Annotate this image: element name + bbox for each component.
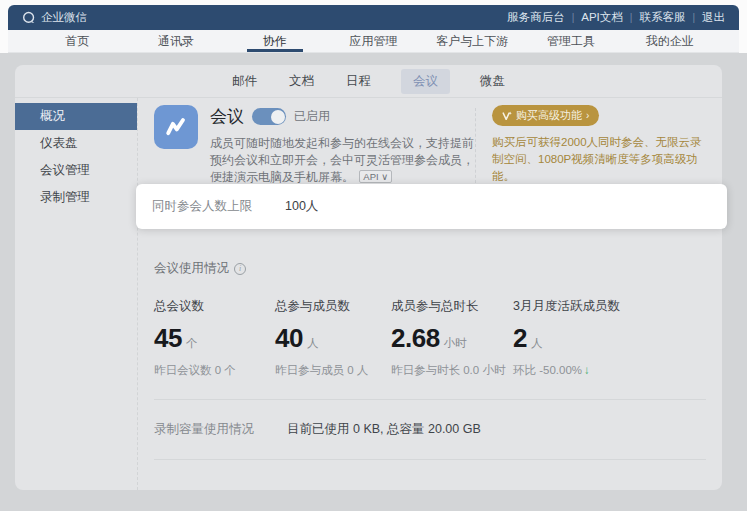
stat-total-participants: 总参与成员数 40 人 昨日参与成员 0 人 bbox=[275, 298, 391, 378]
meeting-header: 会议 已启用 成员可随时随地发起和参与的在线会议，支持提前预约会议和立即开会，会… bbox=[154, 105, 706, 186]
nav-item-contacts[interactable]: 通讯录 bbox=[127, 30, 226, 52]
nav-item-apps[interactable]: 应用管理 bbox=[324, 30, 423, 52]
meeting-title-row: 会议 已启用 bbox=[210, 105, 475, 128]
nav-item-home[interactable]: 首页 bbox=[28, 30, 127, 52]
nav-item-collaboration[interactable]: 协作 bbox=[225, 30, 324, 52]
recording-usage-row: 录制容量使用情况 目前已使用 0 KB, 总容量 20.00 GB bbox=[154, 400, 706, 459]
wecom-bubble-icon bbox=[22, 11, 36, 25]
tab-mail[interactable]: 邮件 bbox=[230, 69, 259, 94]
highlighted-participant-limit-row[interactable]: 同时参会人数上限 100人 bbox=[136, 184, 727, 229]
stat-unit: 个 bbox=[186, 336, 198, 351]
participant-limit-label: 同时参会人数上限 bbox=[152, 198, 285, 215]
stat-subtext: 昨日参与时长 0.0 小时 bbox=[391, 363, 513, 378]
sidebar: 概况 仪表盘 会议管理 录制管理 bbox=[15, 98, 137, 490]
provider-console-link[interactable]: 服务商后台 bbox=[507, 10, 565, 25]
sidebar-item-overview[interactable]: 概况 bbox=[15, 103, 137, 130]
stat-monthly-active: 3月月度活跃成员数 2 人 环比 -50.00%↓ bbox=[513, 298, 706, 378]
recording-value: 目前已使用 0 KB, 总容量 20.00 GB bbox=[287, 421, 481, 438]
api-docs-link[interactable]: API文档 bbox=[581, 10, 623, 25]
separator: | bbox=[630, 12, 633, 23]
tab-drive[interactable]: 微盘 bbox=[478, 69, 507, 94]
main-panel: 会议 已启用 成员可随时随地发起和参与的在线会议，支持提前预约会议和立即开会，会… bbox=[137, 98, 722, 490]
divider bbox=[154, 459, 706, 460]
content-card: 邮件 文档 日程 会议 微盘 概况 仪表盘 会议管理 录制管理 bbox=[15, 65, 722, 490]
stat-subtext: 昨日参与成员 0 人 bbox=[275, 363, 391, 378]
api-dropdown-tag[interactable]: API ∨ bbox=[359, 170, 392, 183]
trend-down-icon: ↓ bbox=[584, 364, 590, 376]
top-links: 服务商后台 | API文档 | 联系客服 | 退出 bbox=[507, 10, 725, 25]
info-icon[interactable]: i bbox=[234, 263, 246, 275]
top-bar: 企业微信 服务商后台 | API文档 | 联系客服 | 退出 bbox=[8, 5, 739, 30]
logout-link[interactable]: 退出 bbox=[702, 10, 725, 25]
page-title: 会议 bbox=[210, 105, 244, 128]
premium-spark-icon bbox=[502, 111, 512, 121]
card-body: 概况 仪表盘 会议管理 录制管理 会议 已启用 bbox=[15, 98, 722, 490]
meeting-enabled-toggle[interactable] bbox=[252, 108, 286, 125]
usage-section-title: 会议使用情况 bbox=[154, 260, 229, 277]
tab-meeting[interactable]: 会议 bbox=[401, 69, 450, 94]
buy-premium-label: 购买高级功能 bbox=[516, 108, 582, 123]
nav-item-my-company[interactable]: 我的企业 bbox=[620, 30, 719, 52]
meeting-glyph-icon bbox=[162, 113, 190, 141]
usage-stats-grid: 总会议数 45 个 昨日会议数 0 个 总参与成员数 40 人 昨日参与成员 0… bbox=[154, 298, 706, 378]
tab-docs[interactable]: 文档 bbox=[287, 69, 316, 94]
stat-unit: 人 bbox=[307, 336, 319, 351]
buy-premium-button[interactable]: 购买高级功能 › bbox=[492, 105, 599, 126]
brand-logo[interactable]: 企业微信 bbox=[22, 10, 87, 25]
stat-total-duration: 成员参与总时长 2.68 小时 昨日参与时长 0.0 小时 bbox=[391, 298, 513, 378]
meeting-app-icon bbox=[154, 105, 198, 149]
upgrade-benefits-text: 购买后可获得2000人同时参会、无限云录制空间、1080P视频清晰度等多项高级功… bbox=[492, 134, 706, 185]
separator: | bbox=[572, 12, 575, 23]
status-badge: 已启用 bbox=[294, 108, 330, 125]
stat-unit: 小时 bbox=[444, 336, 467, 351]
sidebar-item-dashboard[interactable]: 仪表盘 bbox=[15, 130, 137, 157]
stat-value: 45 bbox=[154, 323, 182, 354]
sidebar-item-meeting-management[interactable]: 会议管理 bbox=[15, 157, 137, 184]
upgrade-panel: 购买高级功能 › 购买后可获得2000人同时参会、无限云录制空间、1080P视频… bbox=[492, 105, 706, 186]
collab-tabs: 邮件 文档 日程 会议 微盘 bbox=[15, 65, 722, 98]
separator: | bbox=[692, 12, 695, 23]
participant-limit-value: 100人 bbox=[285, 198, 318, 215]
toggle-knob bbox=[271, 110, 285, 124]
chevron-down-icon: ∨ bbox=[381, 171, 388, 182]
sidebar-item-recording-management[interactable]: 录制管理 bbox=[15, 184, 137, 211]
stat-subtext: 昨日会议数 0 个 bbox=[154, 363, 275, 378]
stat-subtext: 环比 -50.00%↓ bbox=[513, 363, 706, 378]
stat-total-meetings: 总会议数 45 个 昨日会议数 0 个 bbox=[154, 298, 275, 378]
stat-value: 2 bbox=[513, 323, 527, 354]
usage-section-header: 会议使用情况 i bbox=[154, 260, 706, 277]
active-nav-underline bbox=[247, 49, 303, 52]
recording-label: 录制容量使用情况 bbox=[154, 421, 287, 438]
meeting-description: 成员可随时随地发起和参与的在线会议，支持提前预约会议和立即开会，会中可灵活管理参… bbox=[210, 135, 475, 186]
meeting-header-text: 会议 已启用 成员可随时随地发起和参与的在线会议，支持提前预约会议和立即开会，会… bbox=[210, 105, 475, 186]
tab-calendar[interactable]: 日程 bbox=[344, 69, 373, 94]
vertical-dashed-divider bbox=[475, 108, 476, 183]
nav-item-customers[interactable]: 客户与上下游 bbox=[423, 30, 522, 52]
nav-item-admin-tools[interactable]: 管理工具 bbox=[522, 30, 621, 52]
brand-name: 企业微信 bbox=[41, 10, 87, 25]
stat-value: 40 bbox=[275, 323, 303, 354]
main-nav: 首页 通讯录 协作 应用管理 客户与上下游 管理工具 我的企业 bbox=[8, 30, 739, 53]
stat-value: 2.68 bbox=[391, 323, 440, 354]
stat-unit: 人 bbox=[531, 336, 543, 351]
chevron-right-icon: › bbox=[586, 110, 589, 121]
contact-support-link[interactable]: 联系客服 bbox=[639, 10, 685, 25]
meeting-header-left: 会议 已启用 成员可随时随地发起和参与的在线会议，支持提前预约会议和立即开会，会… bbox=[154, 105, 475, 186]
